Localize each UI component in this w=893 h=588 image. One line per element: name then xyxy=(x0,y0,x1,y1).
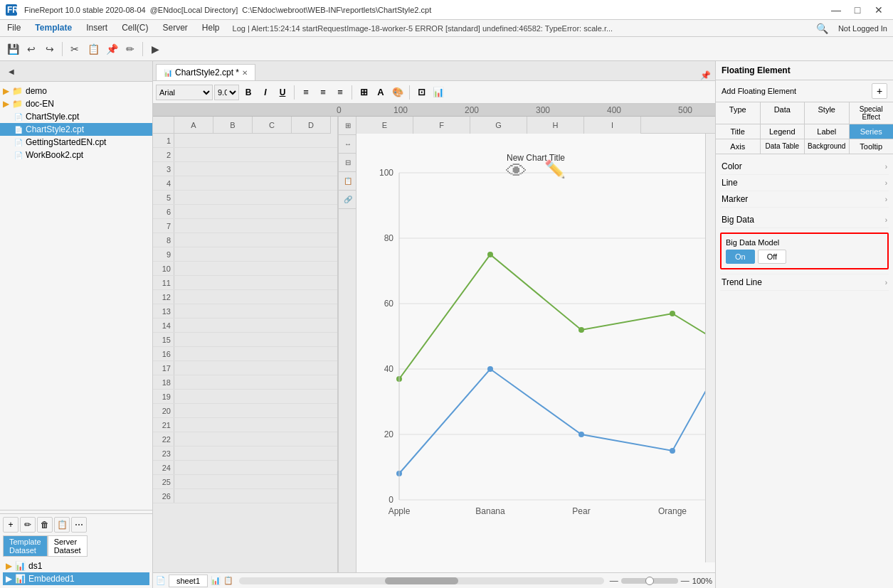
svg-point-38 xyxy=(670,311,675,316)
server-dataset-tab[interactable]: ServerDataset xyxy=(48,535,88,557)
chart-tab[interactable]: 📊 ChartStyle2.cpt * ✕ xyxy=(156,64,255,80)
tab-title[interactable]: Title xyxy=(716,124,761,139)
chart-insert-button[interactable]: 📊 xyxy=(430,85,446,100)
dataset-item-ds1[interactable]: ▶ 📊 ds1 xyxy=(3,560,149,572)
menu-server[interactable]: Server xyxy=(156,20,195,36)
tab-tooltip[interactable]: Tooltip xyxy=(850,139,894,154)
page-setup-icon[interactable]: 📄 xyxy=(156,576,166,585)
menu-cell[interactable]: Cell(C) xyxy=(115,20,155,36)
color-label: Color xyxy=(722,161,885,171)
color-button[interactable]: A xyxy=(373,85,389,100)
template-dataset-tab[interactable]: TemplateDataset xyxy=(3,535,48,557)
bold-button[interactable]: B xyxy=(241,85,256,100)
tree-item-chartstyle[interactable]: 📄 ChartStyle.cpt xyxy=(0,110,152,123)
line-chart[interactable]: New Chart Title 100 80 xyxy=(356,134,715,572)
panel-icon-2[interactable]: ↔ xyxy=(339,135,357,154)
search-icon[interactable]: 🔍 xyxy=(812,23,833,34)
tab-legend[interactable]: Legend xyxy=(761,124,805,139)
align-center-button[interactable]: ≡ xyxy=(315,85,331,100)
toggle-on-button[interactable]: On xyxy=(726,250,755,264)
sheet-tab[interactable]: sheet1 xyxy=(169,574,208,587)
zoom-minus[interactable]: — xyxy=(610,576,618,586)
menu-help[interactable]: Help xyxy=(195,20,227,36)
tab-series[interactable]: Series xyxy=(850,124,894,139)
tab-label[interactable]: Label xyxy=(805,124,850,139)
tab-type[interactable]: Type xyxy=(716,102,761,124)
bg-color-button[interactable]: 🎨 xyxy=(390,85,406,100)
tab-axis[interactable]: Axis xyxy=(716,139,761,154)
add-sheet-icon[interactable]: 📊 xyxy=(211,576,221,585)
align-left-button[interactable]: ≡ xyxy=(298,85,314,100)
delete-dataset-button[interactable]: 🗑 xyxy=(37,517,53,533)
zoom-slider[interactable] xyxy=(621,578,678,584)
tree-item-demo[interactable]: ▶ 📁 demo xyxy=(0,85,152,97)
panel-icon-3[interactable]: ⊟ xyxy=(339,154,357,172)
ruler: 0 100 200 300 400 500 600 xyxy=(153,104,715,117)
preview-button[interactable]: ▶ xyxy=(147,41,164,58)
align-right-button[interactable]: ≡ xyxy=(332,85,348,100)
add-dataset-button[interactable]: + xyxy=(3,517,19,533)
copy-dataset-button[interactable]: 📋 xyxy=(54,517,70,533)
tab-data-table[interactable]: Data Table xyxy=(761,139,805,154)
panel-icon-5[interactable]: 🔗 xyxy=(339,191,357,209)
tab-style[interactable]: Style xyxy=(805,102,850,124)
main-toolbar: 💾 ↩ ↪ ✂ 📋 📌 ✏ ▶ xyxy=(0,37,893,61)
redo-button[interactable]: ↪ xyxy=(41,41,58,58)
vertical-scrollbar[interactable] xyxy=(705,134,715,562)
border-button[interactable]: ⊡ xyxy=(413,85,429,100)
tab-data[interactable]: Data xyxy=(761,102,805,124)
menu-insert[interactable]: Insert xyxy=(79,20,115,36)
copy-button[interactable]: 📋 xyxy=(85,41,102,58)
tab-pin[interactable]: 📌 xyxy=(696,70,715,80)
tree-item-workbook2[interactable]: 📄 WorkBook2.cpt xyxy=(0,149,152,161)
zoom-plus[interactable]: — xyxy=(681,576,689,586)
undo-button[interactable]: ↩ xyxy=(23,41,40,58)
col-f: F xyxy=(413,117,470,134)
marker-section[interactable]: Marker › xyxy=(720,191,889,208)
minimize-button[interactable]: — xyxy=(828,1,845,18)
formatting-bar: Arial 9.0 B I U ≡ ≡ ≡ ⊞ A 🎨 ⊡ 📊 xyxy=(153,81,715,104)
trend-line-section[interactable]: Trend Line › xyxy=(720,274,889,291)
more-dataset-button[interactable]: ⋯ xyxy=(71,517,87,533)
merge-button[interactable]: ⊞ xyxy=(356,85,371,100)
tab-background[interactable]: Background xyxy=(805,139,850,154)
toggle-off-button[interactable]: Off xyxy=(758,250,786,264)
left-panel-toggle[interactable]: ◀ xyxy=(3,63,20,80)
font-family-select[interactable]: Arial xyxy=(156,85,213,100)
save-button[interactable]: 💾 xyxy=(4,41,21,58)
big-data-section-label: Big Data xyxy=(722,215,885,225)
col-header-c: C xyxy=(253,117,292,134)
svg-text:0: 0 xyxy=(337,105,342,115)
sheet-icon-2[interactable]: 📋 xyxy=(223,576,233,585)
line-section[interactable]: Line › xyxy=(720,175,889,191)
tree-item-gettingstarted[interactable]: 📄 GettingStartedEN.cpt xyxy=(0,136,152,149)
italic-button[interactable]: I xyxy=(258,85,273,100)
dataset-item-embedded1[interactable]: ▶ 📊 Embedded1 xyxy=(3,572,149,585)
tab-close-icon[interactable]: ✕ xyxy=(242,69,248,77)
edit-pencil-icon[interactable]: ✏️ xyxy=(544,159,566,183)
file-path: C:\ENdoc\webroot\WEB-INF\reportlets\Char… xyxy=(242,6,823,14)
panel-icon-1[interactable]: ⊞ xyxy=(339,117,357,135)
tab-special-effect[interactable]: Special Effect xyxy=(850,102,894,124)
color-section[interactable]: Color › xyxy=(720,159,889,175)
tree-item-doc-en[interactable]: ▶ 📁 doc-EN xyxy=(0,97,152,110)
panel-icon-4[interactable]: 📋 xyxy=(339,172,357,191)
edit-dataset-button[interactable]: ✏ xyxy=(20,517,36,533)
menu-template[interactable]: Template xyxy=(28,20,79,36)
hide-icon[interactable]: 👁 xyxy=(506,159,527,183)
cut-button[interactable]: ✂ xyxy=(66,41,83,58)
big-data-header[interactable]: Big Data › xyxy=(720,212,889,228)
format-painter[interactable]: ✏ xyxy=(122,41,139,58)
chart-edit-overlay[interactable]: 👁 ✏️ xyxy=(506,159,566,183)
horizontal-scrollbar[interactable] xyxy=(239,577,604,584)
svg-text:Pear: Pear xyxy=(572,506,590,516)
maximize-button[interactable]: □ xyxy=(849,1,866,18)
svg-point-32 xyxy=(670,448,675,454)
tree-item-chartstyle2[interactable]: 📄 ChartStyle2.cpt xyxy=(0,123,152,136)
underline-button[interactable]: U xyxy=(275,85,290,100)
add-float-btn[interactable]: + xyxy=(872,83,887,99)
menu-file[interactable]: File xyxy=(0,20,28,36)
font-size-select[interactable]: 9.0 xyxy=(214,85,239,100)
paste-button[interactable]: 📌 xyxy=(103,41,120,58)
close-button[interactable]: ✕ xyxy=(870,1,887,18)
